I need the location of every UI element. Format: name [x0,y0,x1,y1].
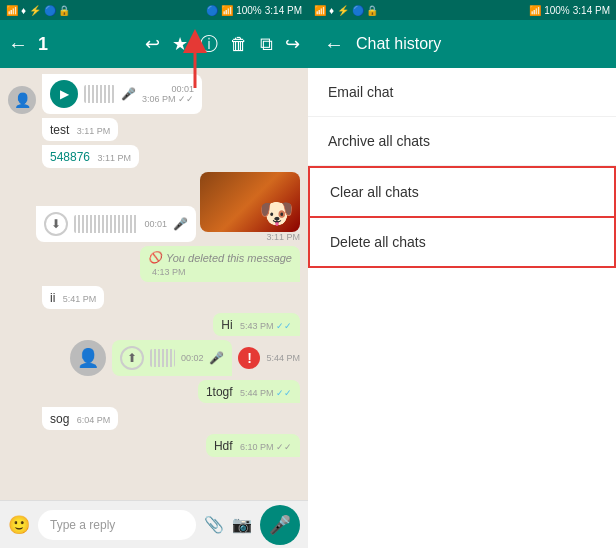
mic-icon: 🎤 [121,87,136,101]
reply-icon[interactable]: ↩ [145,33,160,55]
table-row: 1togf 5:44 PM [8,380,300,403]
battery-pct: 100% [544,5,570,16]
forward-icon[interactable]: ↪ [285,33,300,55]
copy-icon[interactable]: ⧉ [260,34,273,55]
message-input[interactable]: Type a reply [38,510,196,540]
msg-time: 6:04 PM [77,415,111,425]
msg-time: 3:11 PM [77,126,111,136]
deleted-message-bubble: 🚫 You deleted this message 4:13 PM [140,246,300,282]
msg-time: 4:13 PM [152,267,186,277]
menu-item-archive-all[interactable]: Archive all chats [308,117,616,166]
mic-icon: 🎤 [209,351,224,365]
input-placeholder: Type a reply [50,518,115,532]
right-status-left: 📶 ♦ ⚡ 🔵 🔒 [314,5,378,16]
msg-time: 5:43 PM [240,321,292,331]
left-toolbar: ← 1 ↩ ★ ⓘ 🗑 ⧉ ↪ [0,20,308,68]
table-row: ii 5:41 PM [8,286,300,309]
msg-time: 3:06 PM ✓✓ [142,94,194,104]
voice-duration: 00:01 [144,219,167,229]
play-button[interactable]: ▶ [50,80,78,108]
voice-message-2[interactable]: ⬇ 00:01 🎤 [36,206,196,242]
menu-item-clear-all-chats[interactable]: Clear all chats [308,166,616,218]
right-panel: 📶 ♦ ⚡ 🔵 🔒 📶 100% 3:14 PM ← Chat history … [308,0,616,548]
time-right: 3:14 PM [573,5,610,16]
mic-icon: 🎤 [173,217,188,231]
status-bar-right: 🔵 📶 100% 3:14 PM [206,5,302,16]
toolbar-actions: ↩ ★ ⓘ 🗑 ⧉ ↪ [145,32,300,56]
text-bubble-received: ii 5:41 PM [42,286,104,309]
deleted-message-text: 🚫 You deleted this message [148,251,292,264]
star-icon[interactable]: ★ [172,33,188,55]
message-text: sog [50,412,73,426]
msg-time: 6:10 PM [240,442,292,452]
menu-item-email-chat[interactable]: Email chat [308,68,616,117]
status-bar-left: 📶 ♦ ⚡ 🔵 🔒 [6,5,70,16]
text-bubble-sent: Hi 5:43 PM [213,313,300,336]
back-button[interactable]: ← [8,33,28,56]
message-text: Hdf [214,439,236,453]
msg-time: 5:41 PM [63,294,97,304]
voice-message-received[interactable]: ▶ 🎤 00:01 3:06 PM ✓✓ [42,74,202,114]
table-row: 👤 ▶ 🎤 00:01 3:06 PM ✓✓ [8,74,300,114]
message-text: test [50,123,73,137]
menu-list: Email chat Archive all chats Clear all c… [308,68,616,548]
waveform [150,349,174,367]
page-title: Chat history [356,35,441,53]
right-status-bar: 📶 ♦ ⚡ 🔵 🔒 📶 100% 3:14 PM [308,0,616,20]
message-text: 1togf [206,385,236,399]
table-row: sog 6:04 PM [8,407,300,430]
emoji-icon[interactable]: 🙂 [8,514,30,536]
text-bubble-sent: Hdf 6:10 PM [206,434,300,457]
right-toolbar: ← Chat history [308,20,616,68]
signal-icon: 📶 [6,5,18,16]
status-icons: ♦ ⚡ 🔵 🔒 [21,5,70,16]
table-row: 548876 3:11 PM [8,145,300,168]
link-bubble-received: 548876 3:11 PM [42,145,139,168]
chat-area: 👤 ▶ 🎤 00:01 3:06 PM ✓✓ test 3:11 PM [0,68,308,500]
left-panel: 📶 ♦ ⚡ 🔵 🔒 🔵 📶 100% 3:14 PM ← 1 ↩ ★ ⓘ 🗑 ⧉… [0,0,308,548]
voice-message-sent[interactable]: ⬆ 00:02 🎤 [112,340,232,376]
avatar: 👤 [8,86,36,114]
table-row: Hi 5:43 PM [8,313,300,336]
menu-item-delete-all-chats[interactable]: Delete all chats [308,218,616,268]
table-row: ⬇ 00:01 🎤 3:11 PM [8,172,300,242]
waveform [74,215,138,233]
text-bubble-sent: 1togf 5:44 PM [198,380,300,403]
error-icon: ! [238,347,260,369]
back-button[interactable]: ← [324,33,344,56]
image-thumbnail[interactable] [200,172,300,232]
msg-time: 3:11 PM [266,232,300,242]
msg-time: 3:11 PM [97,153,131,163]
message-text: Hi [221,318,236,332]
message-text: ii [50,291,59,305]
left-status-bar: 📶 ♦ ⚡ 🔵 🔒 🔵 📶 100% 3:14 PM [0,0,308,20]
selection-count: 1 [38,34,48,55]
waveform [84,85,115,103]
msg-time: 5:44 PM [266,353,300,363]
voice-duration: 00:02 [181,353,204,363]
bluetooth-icon: 🔵 [206,5,218,16]
info-icon[interactable]: ⓘ [200,32,218,56]
voice-duration: 00:01 [171,84,194,94]
delete-icon[interactable]: 🗑 [230,34,248,55]
table-row: 🚫 You deleted this message 4:13 PM [8,246,300,282]
table-row: 👤 ⬆ 00:02 🎤 ! 5:44 PM [8,340,300,376]
msg-time: 5:44 PM [240,388,292,398]
wifi-icon: 📶 [529,5,541,16]
battery-pct: 100% [236,5,262,16]
mic-button[interactable]: 🎤 [260,505,300,545]
table-row: test 3:11 PM [8,118,300,141]
upload-icon[interactable]: ⬆ [120,346,144,370]
chat-input-bar: 🙂 Type a reply 📎 📷 🎤 [0,500,308,548]
signal-icon: 📶 [314,5,326,16]
time-left: 3:14 PM [265,5,302,16]
attach-icon[interactable]: 📎 [204,515,224,534]
download-icon[interactable]: ⬇ [44,212,68,236]
avatar: 👤 [70,340,106,376]
right-status-right: 📶 100% 3:14 PM [529,5,610,16]
status-icons: ♦ ⚡ 🔵 🔒 [329,5,378,16]
table-row: Hdf 6:10 PM [8,434,300,457]
link-text[interactable]: 548876 [50,150,93,164]
camera-icon[interactable]: 📷 [232,515,252,534]
wifi-icon: 📶 [221,5,233,16]
